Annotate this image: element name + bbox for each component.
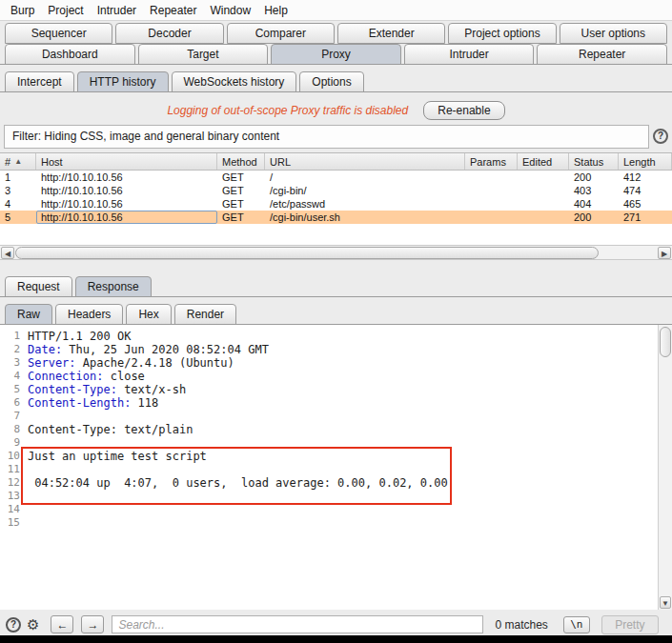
- tab-http-history[interactable]: HTTP history: [77, 71, 169, 92]
- tab-headers[interactable]: Headers: [55, 304, 123, 325]
- column-header-status[interactable]: Status: [569, 153, 619, 170]
- tab-target[interactable]: Target: [138, 44, 269, 65]
- filter-text: Filter: Hiding CSS, image and general bi…: [12, 130, 279, 143]
- pretty-button[interactable]: Pretty: [601, 615, 659, 634]
- column-label: #: [5, 156, 10, 168]
- menu-item-intruder[interactable]: Intruder: [91, 1, 143, 20]
- column-header-url[interactable]: URL: [265, 153, 465, 170]
- column-header-params[interactable]: Params: [465, 153, 518, 170]
- table-row[interactable]: 3http://10.10.10.56GET/cgi-bin/403474: [0, 184, 672, 197]
- tab-response[interactable]: Response: [75, 276, 152, 297]
- column-header-length[interactable]: Length: [619, 153, 672, 170]
- line-number: 12: [0, 476, 23, 490]
- table-row[interactable]: 1http://10.10.10.56GET/200412: [0, 171, 672, 184]
- menu-item-project[interactable]: Project: [41, 1, 90, 20]
- column-header-host[interactable]: Host: [36, 153, 217, 170]
- tab-repeater[interactable]: Repeater: [537, 44, 667, 65]
- code-line: Content-Length: 118: [28, 396, 448, 410]
- table-row[interactable]: 5http://10.10.10.56GET/cgi-bin/user.sh20…: [0, 211, 672, 224]
- cell: 5: [0, 211, 36, 224]
- proxy-subtabs: InterceptHTTP historyWebSockets historyO…: [5, 71, 364, 92]
- menu-item-burp[interactable]: Burp: [4, 1, 41, 20]
- line-number: 10: [0, 450, 23, 463]
- line-number-gutter: 123456789101112131415: [0, 325, 23, 610]
- sort-ascending-icon: ▲: [14, 157, 22, 166]
- code-line: [28, 410, 448, 423]
- cell: 403: [569, 184, 619, 197]
- tab-raw[interactable]: Raw: [5, 304, 52, 325]
- tab-extender[interactable]: Extender: [337, 23, 445, 44]
- tab-comparer[interactable]: Comparer: [227, 23, 335, 44]
- tab-request[interactable]: Request: [5, 276, 72, 297]
- cell: /: [265, 171, 465, 184]
- history-rows: 1http://10.10.10.56GET/2004123http://10.…: [0, 171, 672, 224]
- scroll-down-icon[interactable]: ▼: [660, 596, 671, 609]
- line-number: 14: [0, 503, 23, 516]
- plain-text: 04:52:04 up 4:07, 0 users, load average:…: [28, 476, 448, 490]
- menu-item-help[interactable]: Help: [257, 1, 295, 20]
- code-line: Server: Apache/2.4.18 (Ubuntu): [28, 356, 448, 370]
- cell: [518, 211, 569, 224]
- cell: GET: [217, 197, 265, 211]
- tab-intruder[interactable]: Intruder: [404, 44, 535, 65]
- code-line: [28, 516, 448, 530]
- tab-project-options[interactable]: Project options: [448, 23, 556, 44]
- cell: [518, 197, 569, 211]
- column-header-edited[interactable]: Edited: [518, 153, 569, 170]
- search-input[interactable]: [112, 615, 483, 633]
- cell: http://10.10.10.56: [36, 184, 217, 197]
- tab-hex[interactable]: Hex: [126, 304, 171, 325]
- menu-item-window[interactable]: Window: [203, 1, 257, 20]
- tab-sequencer[interactable]: Sequencer: [5, 23, 112, 44]
- tab-dashboard[interactable]: Dashboard: [5, 44, 135, 65]
- line-number: 4: [0, 370, 23, 383]
- response-viewer[interactable]: 123456789101112131415 HTTP/1.1 200 OKDat…: [0, 325, 672, 610]
- next-match-button[interactable]: →: [81, 615, 104, 633]
- column-header-num[interactable]: #▲: [0, 153, 36, 170]
- match-count: 0 matches: [495, 618, 547, 632]
- gear-icon[interactable]: ⚙: [27, 617, 39, 633]
- cell: http://10.10.10.56: [36, 197, 217, 211]
- scrollbar-thumb[interactable]: [660, 327, 671, 357]
- tab-options[interactable]: Options: [299, 71, 363, 92]
- tab-intercept[interactable]: Intercept: [5, 71, 74, 92]
- tab-websockets-history[interactable]: WebSockets history: [172, 71, 297, 92]
- cell: /etc/passwd: [265, 197, 465, 211]
- code-line: [28, 490, 448, 503]
- horizontal-scrollbar[interactable]: ◀ ▶: [0, 245, 672, 260]
- re-enable-button[interactable]: Re-enable: [423, 101, 504, 120]
- code-line: Content-Type: text/x-sh: [28, 383, 448, 396]
- scroll-left-icon[interactable]: ◀: [1, 247, 14, 259]
- code-line: [28, 463, 448, 476]
- tab-decoder[interactable]: Decoder: [115, 23, 223, 44]
- tab-proxy[interactable]: Proxy: [271, 44, 401, 65]
- line-number: 13: [0, 490, 23, 503]
- cell: [465, 184, 518, 197]
- plain-text: text/x-sh: [117, 383, 186, 396]
- line-number: 6: [0, 396, 23, 410]
- column-header-method[interactable]: Method: [217, 153, 265, 170]
- cell: 3: [0, 184, 36, 197]
- cell: GET: [217, 171, 265, 184]
- cell: GET: [217, 211, 265, 224]
- tab-render[interactable]: Render: [174, 304, 236, 325]
- line-number: 8: [0, 423, 23, 436]
- help-icon[interactable]: ?: [6, 617, 21, 633]
- filter-bar[interactable]: Filter: Hiding CSS, image and general bi…: [4, 125, 649, 149]
- help-icon[interactable]: ?: [653, 129, 668, 144]
- previous-match-button[interactable]: ←: [51, 615, 73, 633]
- line-number: 5: [0, 383, 23, 396]
- scroll-right-icon[interactable]: ▶: [658, 247, 671, 259]
- menu-item-repeater[interactable]: Repeater: [143, 1, 203, 20]
- table-row[interactable]: 4http://10.10.10.56GET/etc/passwd404465: [0, 197, 672, 211]
- newline-toggle-button[interactable]: \n: [563, 616, 590, 633]
- line-number: 3: [0, 356, 23, 370]
- plain-text: close: [103, 370, 144, 383]
- scrollbar-thumb[interactable]: [15, 247, 599, 259]
- notice-text: Logging of out-of-scope Proxy traffic is…: [167, 104, 408, 117]
- vertical-scrollbar[interactable]: ▼: [658, 325, 672, 610]
- column-label: Params: [470, 156, 506, 168]
- plain-text: Just an uptime test script: [28, 450, 207, 463]
- tab-user-options[interactable]: User options: [560, 23, 667, 44]
- scope-notice: Logging of out-of-scope Proxy traffic is…: [0, 99, 672, 122]
